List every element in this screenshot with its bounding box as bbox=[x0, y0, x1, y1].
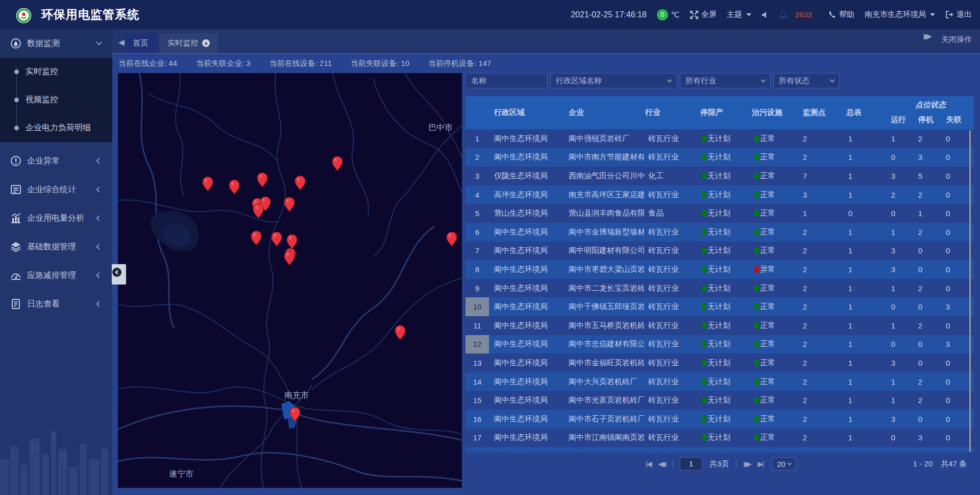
sidebar-subitem-2[interactable]: 企业电力负荷明细 bbox=[0, 114, 112, 142]
tab-realtime-monitor[interactable]: 实时监控 × bbox=[159, 33, 218, 53]
help-button[interactable]: 帮助 bbox=[828, 10, 854, 19]
last-page-button[interactable]: ▶❘ bbox=[758, 460, 765, 468]
status-dot-green bbox=[702, 416, 706, 422]
table-row-3[interactable]: 3仪陇生态环境局西南油气田分公司川中化工无计划正常71350 bbox=[465, 167, 974, 185]
sidebar-item-6[interactable]: 日志查看 bbox=[0, 290, 112, 318]
table-row-5[interactable]: 5营山生态环境局营山县润丰肉食品有限食品无计划正常10010 bbox=[465, 204, 974, 223]
submenu-dot-icon bbox=[14, 126, 19, 130]
cell-total-meter: 1 bbox=[830, 415, 871, 423]
close-operations-button[interactable]: 关闭操作 bbox=[941, 35, 972, 44]
tabs-scroll-right-button[interactable]: ▶▶ bbox=[918, 32, 930, 47]
cell-treatment: 正常 bbox=[746, 321, 794, 331]
cell-run: 0 bbox=[871, 340, 910, 348]
sidebar-subitem-0[interactable]: 实时监控 bbox=[0, 58, 112, 86]
map-collapse-button[interactable] bbox=[112, 268, 121, 277]
status-dot-green bbox=[754, 322, 759, 329]
prev-page-button[interactable]: ◀◀ bbox=[658, 460, 665, 468]
cell-industry: 砖瓦行业 bbox=[644, 246, 699, 255]
map-city-label-0: 巴中市 bbox=[428, 123, 453, 133]
first-page-button[interactable]: ❘◀ bbox=[644, 460, 651, 468]
col-total-meter: 总表 bbox=[827, 96, 868, 129]
map-pin-11[interactable] bbox=[286, 234, 298, 249]
cell-company: 阆中明阳建材有限公司 bbox=[560, 246, 644, 255]
cell-treatment: 正常 bbox=[746, 190, 794, 200]
sidebar-item-0[interactable]: 数据监测 bbox=[0, 29, 112, 58]
name-filter-input[interactable]: 名称 bbox=[465, 73, 548, 88]
table-row-16[interactable]: 16阆中生态环境局阆中市石子页岩机砖厂砖瓦行业无计划正常21300 bbox=[465, 410, 974, 429]
map-pin-4[interactable] bbox=[332, 156, 343, 171]
cell-total-meter: 0 bbox=[830, 209, 871, 218]
map-pin-10[interactable] bbox=[271, 231, 282, 247]
next-page-button[interactable]: ▶▶ bbox=[744, 460, 750, 468]
map-pin-13[interactable] bbox=[284, 250, 295, 266]
map-pin-7[interactable] bbox=[253, 203, 264, 219]
row-index: 6 bbox=[465, 223, 489, 242]
map-pin-14[interactable] bbox=[446, 231, 457, 247]
map-pin-16[interactable] bbox=[289, 407, 301, 422]
status-dot-red bbox=[754, 266, 759, 273]
status-filter-select[interactable]: 所有状态 bbox=[773, 73, 840, 88]
theme-menu[interactable]: 主题 bbox=[727, 10, 751, 19]
map-pin-0[interactable] bbox=[202, 176, 213, 192]
sidebar-item-2[interactable]: 企业综合统计 bbox=[0, 175, 112, 204]
tab-close-icon[interactable]: × bbox=[202, 39, 210, 47]
cell-stop: 2 bbox=[910, 396, 939, 405]
map-pin-3[interactable] bbox=[295, 175, 306, 191]
page-number-input[interactable]: 1 bbox=[680, 457, 702, 470]
fullscreen-button[interactable]: 全屏 bbox=[690, 10, 717, 19]
cell-industry: 砖瓦行业 bbox=[644, 227, 699, 237]
map-pin-8[interactable] bbox=[284, 197, 295, 212]
table-row-13[interactable]: 13阆中生态环境局阆中市金福旺页岩机砖砖瓦行业无计划正常21300 bbox=[465, 353, 974, 372]
notification-area[interactable]: 2632 bbox=[779, 9, 818, 20]
logout-button[interactable]: 退出 bbox=[945, 10, 972, 19]
chevron-down-icon bbox=[746, 13, 751, 16]
speaker-icon[interactable] bbox=[762, 11, 769, 18]
table-row-12[interactable]: 12阆中生态环境局阆中市忠信建材有限公砖瓦行业无计划正常21003 bbox=[465, 335, 974, 354]
cell-run: 3 bbox=[871, 246, 910, 255]
table-row-11[interactable]: 11阆中生态环境局阆中市五马桥页岩机砖砖瓦行业无计划正常21120 bbox=[465, 316, 974, 335]
table-row-14[interactable]: 14阆中生态环境局阆中大兴页岩机砖厂砖瓦行业无计划正常21120 bbox=[465, 372, 974, 391]
industry-filter-select[interactable]: 所有行业 bbox=[680, 73, 771, 88]
table-row-17[interactable]: 17阆中生态环境局阆中市江南镇阆南页岩砖瓦行业无计划正常21030 bbox=[465, 429, 974, 447]
status-dot-green bbox=[754, 192, 759, 198]
col-company: 企业 bbox=[560, 96, 641, 129]
cell-company: 阆中市五马桥页岩机砖 bbox=[560, 321, 644, 331]
chevron-down-icon bbox=[96, 39, 102, 45]
sidebar-item-3[interactable]: 企业用电量分析 bbox=[0, 204, 112, 232]
table-row-7[interactable]: 7阆中生态环境局阆中明阳建材有限公司砖瓦行业无计划正常21300 bbox=[465, 242, 974, 261]
table-row-6[interactable]: 6阆中生态环境局阆中市金博瑞新型墙材砖瓦行业无计划正常21120 bbox=[465, 223, 974, 242]
table-row-1[interactable]: 1阆中生态环境局阆中强锐页岩砖厂砖瓦行业无计划正常21120 bbox=[465, 129, 974, 148]
tab-home[interactable]: 首页 bbox=[125, 33, 156, 53]
table-body: 1阆中生态环境局阆中强锐页岩砖厂砖瓦行业无计划正常211202阆中生态环境局阆中… bbox=[465, 129, 974, 457]
map-pin-15[interactable] bbox=[395, 325, 406, 340]
cell-stop-limit: 无计划 bbox=[699, 395, 746, 405]
table-row-15[interactable]: 15阆中生态环境局阆中市光富页岩机砖厂砖瓦行业无计划正常21120 bbox=[465, 391, 974, 410]
cell-stop-limit: 无计划 bbox=[699, 190, 746, 200]
map[interactable]: 巴中市南充市遂宁市 bbox=[118, 73, 462, 488]
sidebar-item-5[interactable]: 应急减排管理 bbox=[0, 261, 112, 290]
org-menu[interactable]: 南充市生态环境局 bbox=[865, 10, 935, 19]
table-row-10[interactable]: 10阆中生态环境局阆中千佛镇五郎垭页岩砖瓦行业无计划正常21003 bbox=[465, 297, 974, 316]
table-row-4[interactable]: 4高坪生态环境局南充市高坪区王家店建砖瓦行业无计划正常31220 bbox=[465, 185, 974, 204]
table-scrollbar[interactable] bbox=[969, 130, 971, 452]
cell-region: 阆中生态环境局 bbox=[489, 377, 560, 387]
status-dot-green bbox=[702, 397, 706, 404]
cell-run: 3 bbox=[871, 172, 910, 180]
sidebar-subitem-1[interactable]: 视频监控 bbox=[0, 86, 112, 114]
map-pin-9[interactable] bbox=[251, 230, 262, 246]
map-pin-2[interactable] bbox=[257, 172, 268, 187]
tabs-scroll-left-button[interactable]: ◀◀ bbox=[112, 38, 125, 53]
table-row-8[interactable]: 8阆中生态环境局阆中市枣碧大梁山页岩砖瓦行业无计划异常21300 bbox=[465, 260, 974, 279]
map-pin-1[interactable] bbox=[229, 179, 240, 195]
region-filter-select[interactable]: 行政区域名称 bbox=[550, 73, 677, 88]
cell-lost: 0 bbox=[939, 359, 974, 367]
status-dot-green bbox=[702, 192, 706, 198]
sidebar-subitem-label: 实时监控 bbox=[26, 66, 58, 77]
sidebar-item-1[interactable]: 企业异常 bbox=[0, 147, 112, 175]
status-dot-green bbox=[702, 322, 706, 329]
table-row-2[interactable]: 2阆中生态环境局阆中市南方节能建材有砖瓦行业无计划正常21030 bbox=[465, 148, 974, 167]
cell-lost: 0 bbox=[939, 246, 974, 255]
table-row-9[interactable]: 9阆中生态环境局阆中市二龙长宝页岩砖砖瓦行业无计划正常21120 bbox=[465, 279, 974, 298]
page-size-select[interactable]: 20 bbox=[772, 457, 796, 470]
sidebar-item-4[interactable]: 基础数据管理 bbox=[0, 232, 112, 261]
